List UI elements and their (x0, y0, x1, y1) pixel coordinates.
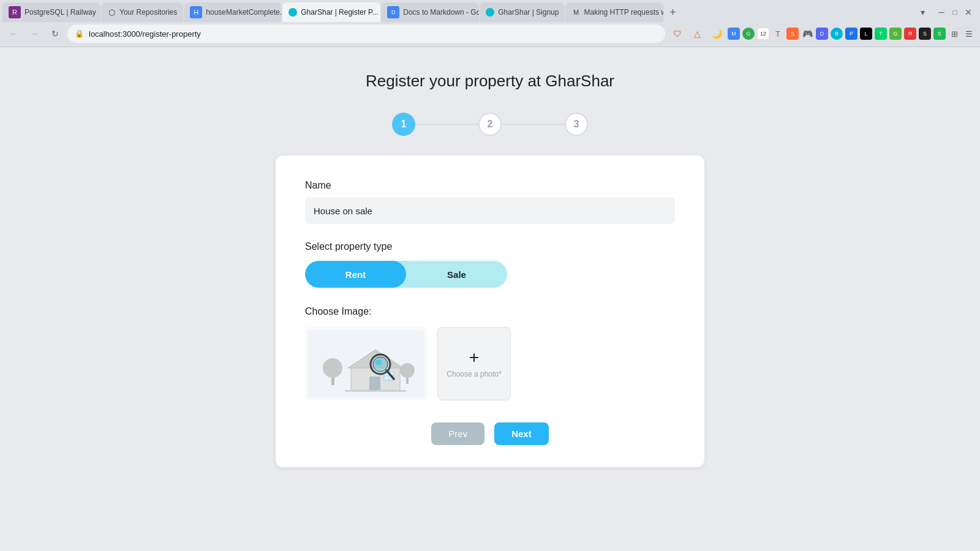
maximize-button[interactable]: □ (951, 8, 959, 17)
tab-controls: ▾ ─ □ ✕ (915, 5, 978, 20)
reload-button[interactable]: ↻ (47, 25, 64, 42)
moon-icon[interactable]: 🌙 (708, 25, 725, 42)
page-title: Register your property at GharShar (366, 72, 614, 91)
tab-favicon-6 (486, 8, 494, 17)
ext-4[interactable]: T (772, 28, 784, 40)
address-text: localhost:3000/register-property (89, 29, 658, 39)
ext-15[interactable]: S (933, 28, 946, 40)
lock-icon: 🔒 (75, 29, 84, 38)
toolbar-icons: 🛡 △ 🌙 M G 12 T S 🎮 D B P L T G R S S ⊞ ☰ (669, 25, 975, 42)
address-bar[interactable]: 🔒 localhost:3000/register-property (67, 24, 665, 43)
ext-11[interactable]: T (875, 28, 887, 40)
ext-3[interactable]: 12 (757, 28, 769, 40)
svg-point-13 (375, 359, 382, 365)
property-type-toggle: Rent Sale (305, 261, 507, 288)
image-upload-button[interactable]: + Choose a photo* (437, 327, 511, 400)
name-label: Name (305, 180, 675, 191)
ext-16[interactable]: ⊞ (948, 28, 960, 40)
next-button[interactable]: Next (494, 422, 549, 445)
ext-12[interactable]: G (889, 28, 902, 40)
tab-favicon-1: R (9, 6, 21, 18)
name-input[interactable] (305, 197, 675, 224)
svg-point-2 (323, 358, 342, 378)
tab-5[interactable]: D Docs to Markdown - Go... (381, 2, 479, 22)
tab-bar: R PostgreSQL | Railway ⬡ Your Repositori… (0, 0, 980, 22)
property-type-label: Select property type (305, 241, 675, 252)
nav-buttons: Prev Next (305, 422, 675, 445)
ext-7[interactable]: D (816, 28, 828, 40)
tab-favicon-3: H (190, 6, 202, 18)
tab-title-4: GharShar | Register P... (301, 8, 378, 17)
tab-title-6: GharShar | Signup (498, 8, 559, 17)
address-bar-row: ← → ↻ 🔒 localhost:3000/register-property… (0, 22, 980, 47)
ext-2[interactable]: G (742, 28, 755, 40)
tab-favicon-7: M (571, 8, 580, 17)
tab-3[interactable]: H houseMarketComplete... (184, 2, 282, 22)
step-line-2-3 (502, 124, 565, 125)
house-illustration (308, 330, 424, 397)
stepper: 1 2 3 (392, 113, 588, 136)
svg-rect-7 (369, 377, 380, 391)
tab-4[interactable]: GharShar | Register P... ✕ (282, 2, 380, 22)
tab-2[interactable]: ⬡ Your Repositories (101, 2, 183, 22)
upload-plus-icon: + (469, 349, 479, 366)
step-2: 2 (478, 113, 502, 136)
tab-1[interactable]: R PostgreSQL | Railway (2, 2, 100, 22)
step-3: 3 (565, 113, 588, 136)
page-content: Register your property at GharShar 1 2 3… (0, 47, 980, 551)
step-1: 1 (392, 113, 415, 136)
new-tab-button[interactable]: + (664, 4, 681, 21)
ext-13[interactable]: R (904, 28, 916, 40)
tab-dropdown[interactable]: ▾ (915, 5, 930, 20)
prev-button[interactable]: Prev (431, 422, 484, 445)
brave-shield-icon[interactable]: 🛡 (669, 25, 686, 42)
ext-8[interactable]: B (831, 28, 843, 40)
tab-title-5: Docs to Markdown - Go... (403, 8, 479, 17)
forward-button[interactable]: → (26, 25, 43, 42)
ext-5[interactable]: S (786, 28, 799, 40)
svg-point-4 (400, 363, 415, 378)
ext-10[interactable]: L (860, 28, 872, 40)
tab-6[interactable]: GharShar | Signup (480, 2, 565, 22)
tab-7[interactable]: M Making HTTP requests w... (565, 2, 663, 22)
sale-option[interactable]: Sale (406, 261, 507, 288)
browser-chrome: R PostgreSQL | Railway ⬡ Your Repositori… (0, 0, 980, 47)
ext-9[interactable]: P (845, 28, 858, 40)
image-row: + Choose a photo* (305, 327, 675, 400)
tab-title-2: Your Repositories (119, 8, 177, 17)
tab-title-3: houseMarketComplete... (206, 8, 282, 17)
tab-favicon-5: D (387, 6, 399, 18)
rent-option[interactable]: Rent (305, 261, 406, 288)
back-button[interactable]: ← (5, 25, 22, 42)
ext-1[interactable]: M (728, 28, 740, 40)
tab-favicon-2: ⬡ (107, 8, 116, 17)
ext-6[interactable]: 🎮 (801, 28, 813, 40)
close-window-button[interactable]: ✕ (964, 8, 973, 17)
tab-favicon-4 (288, 8, 297, 17)
tab-title-7: Making HTTP requests w... (584, 8, 663, 17)
form-card: Name Select property type Rent Sale Choo… (276, 156, 704, 467)
ext-17[interactable]: ☰ (963, 28, 975, 40)
minimize-button[interactable]: ─ (937, 8, 946, 17)
brave-bat-icon[interactable]: △ (688, 25, 706, 42)
step-line-1-2 (415, 124, 478, 125)
choose-image-label: Choose Image: (305, 306, 675, 317)
tab-title-1: PostgreSQL | Railway (24, 8, 96, 17)
svg-rect-15 (345, 390, 406, 392)
upload-text: Choose a photo* (447, 370, 501, 378)
image-preview (305, 327, 428, 400)
ext-14[interactable]: S (919, 28, 931, 40)
